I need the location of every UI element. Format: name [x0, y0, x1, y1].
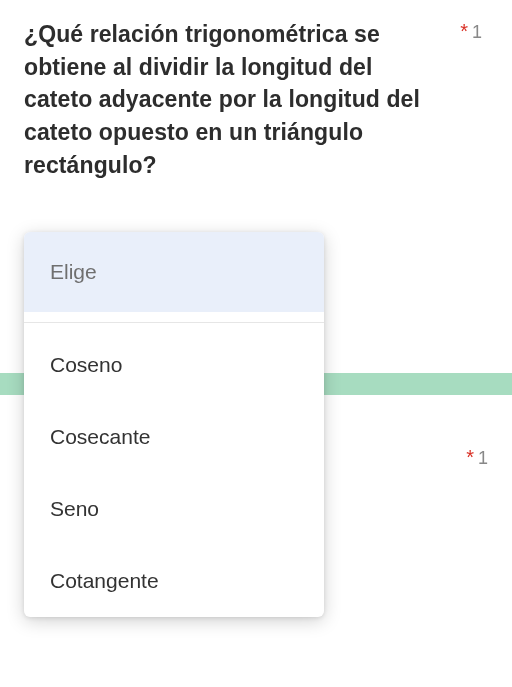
question-1-points: * 1	[460, 20, 482, 43]
dropdown-selected-placeholder[interactable]: Elige	[24, 232, 324, 312]
question-1-text: ¿Qué relación trigonométrica se obtiene …	[24, 18, 444, 181]
dropdown-option-coseno[interactable]: Coseno	[24, 329, 324, 401]
dropdown-separator	[24, 322, 324, 323]
question-2-points-value: 1	[478, 448, 488, 469]
dropdown-option-seno[interactable]: Seno	[24, 473, 324, 545]
question-2-points: * 1	[466, 446, 488, 469]
question-1-points-value: 1	[472, 22, 482, 43]
question-1-block: ¿Qué relación trigonométrica se obtiene …	[0, 0, 512, 181]
answer-dropdown[interactable]: Elige Coseno Cosecante Seno Cotangente	[24, 232, 324, 617]
required-star-icon: *	[460, 20, 468, 43]
dropdown-option-cosecante[interactable]: Cosecante	[24, 401, 324, 473]
dropdown-option-cotangente[interactable]: Cotangente	[24, 545, 324, 617]
required-star-icon: *	[466, 446, 474, 469]
quiz-page: ¿Qué relación trigonométrica se obtiene …	[0, 0, 512, 687]
